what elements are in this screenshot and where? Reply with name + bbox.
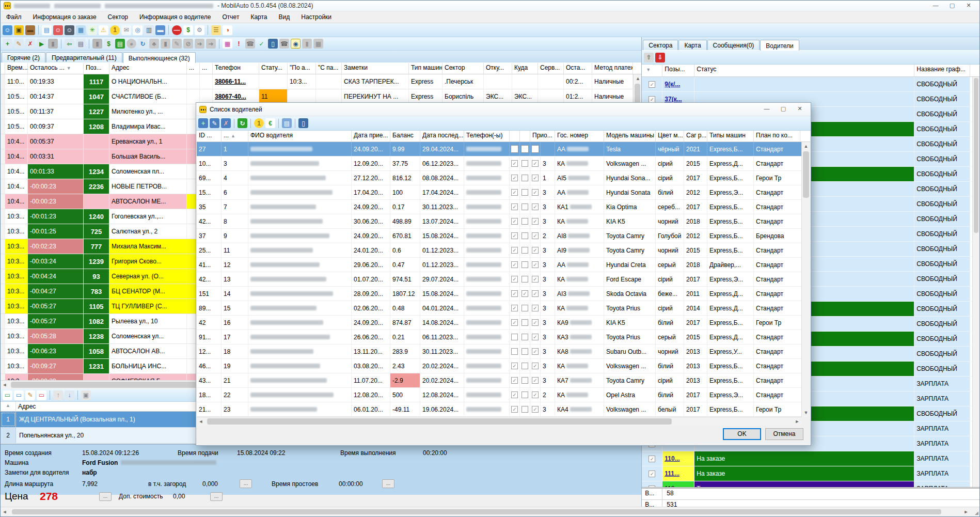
dlg-col-header-12[interactable]: Цвет м... bbox=[656, 131, 684, 142]
cell-flag-1[interactable] bbox=[520, 156, 530, 170]
dlg-col-header-6[interactable]: Телефон(-ы) bbox=[464, 131, 510, 142]
terminal-icon[interactable]: ▥ bbox=[144, 25, 154, 35]
order-row[interactable]: 11:0...00:19:331117О НАЦИОНАЛЬН...38066-… bbox=[1, 74, 641, 89]
cell-callsign[interactable]: 111... bbox=[662, 466, 694, 481]
cell-flag-2[interactable]: ✓ bbox=[530, 301, 541, 315]
coin-icon[interactable]: 1 bbox=[110, 25, 120, 35]
right-col-header-2[interactable]: Статус bbox=[694, 65, 914, 76]
drv-edit-icon[interactable]: ✎ bbox=[210, 118, 219, 128]
cell-flag-2[interactable]: ✓ bbox=[530, 258, 541, 272]
cell-flag-0[interactable]: ✓ bbox=[510, 287, 520, 301]
col-header-3[interactable]: Поз... bbox=[84, 63, 109, 74]
briefcase-icon[interactable]: ▬ bbox=[25, 25, 35, 35]
col-header-8[interactable]: Стату... bbox=[259, 63, 288, 74]
cell-flag-1[interactable] bbox=[520, 185, 530, 199]
menu-0[interactable]: Файл bbox=[1, 11, 27, 23]
row-add2-icon[interactable]: ▭ bbox=[14, 390, 24, 400]
col-header-6[interactable]: ... bbox=[200, 63, 213, 74]
cell-flag-2[interactable]: ✓ bbox=[530, 287, 541, 301]
ban-icon[interactable]: — bbox=[172, 25, 182, 35]
dialog-hscroll-thumb[interactable] bbox=[207, 418, 672, 425]
client-red-icon[interactable]: ☺ bbox=[53, 25, 63, 35]
resize-grip[interactable]: ◢ bbox=[975, 510, 978, 515]
col-header-12[interactable]: Тип машины bbox=[409, 63, 442, 74]
col-header-7[interactable]: Телефон bbox=[213, 63, 259, 74]
move-down-icon[interactable]: ↓ bbox=[65, 390, 74, 400]
cell-flag-1[interactable] bbox=[520, 258, 530, 272]
cell-flag-0[interactable]: ✓ bbox=[510, 388, 520, 402]
palette-grid-icon[interactable]: ▦ bbox=[223, 39, 232, 49]
cell-flag-1[interactable] bbox=[520, 373, 530, 387]
block-dark2-icon[interactable]: ▮ bbox=[92, 39, 102, 49]
driver-row[interactable]: 42... 8 30.06.20... 498.89 13.07.2024...… bbox=[197, 214, 810, 229]
window-hscroll-thumb[interactable] bbox=[12, 509, 941, 514]
cell-callsign[interactable]: 9(к/... bbox=[662, 77, 694, 91]
cell-flag-0[interactable] bbox=[510, 142, 520, 156]
driver-row[interactable]: 69... 4 27.12.20... 816.12 08.08.2024...… bbox=[197, 171, 810, 185]
cell-flag-2[interactable]: ✓ bbox=[530, 200, 541, 214]
redo-blue-icon[interactable]: ↻ bbox=[138, 39, 148, 49]
cell-flag-2[interactable]: ✓ bbox=[530, 373, 541, 387]
cell-flag-1[interactable] bbox=[520, 359, 530, 373]
cell-flag-0[interactable]: ✓ bbox=[510, 402, 520, 416]
eye-icon[interactable]: ◉ bbox=[291, 39, 301, 49]
cancel-button[interactable]: Отмена bbox=[765, 428, 803, 440]
col-header-15[interactable]: Куда bbox=[512, 63, 538, 74]
cell-flag-2[interactable]: ✓ bbox=[530, 171, 541, 185]
cell-flag-0[interactable]: ✓ bbox=[510, 373, 520, 387]
handset-icon[interactable]: ☎ bbox=[279, 39, 289, 49]
menu-3[interactable]: Информация о водителе bbox=[134, 11, 216, 23]
right-tab-2[interactable]: Сообщения(0) bbox=[707, 40, 760, 50]
cell-flag-0[interactable]: ✓ bbox=[510, 185, 520, 199]
cell-flag-2[interactable]: ✓ bbox=[530, 316, 541, 330]
cell-flag-1[interactable]: ✓ bbox=[520, 287, 530, 301]
driver-row[interactable]: 18... 22 12.08.20... 500 12.08.2024... ✓… bbox=[197, 388, 810, 402]
check-icon[interactable]: ✓ bbox=[257, 39, 266, 49]
db-cancel-icon[interactable]: ✗ bbox=[25, 39, 35, 49]
cell-callsign[interactable]: 110... bbox=[662, 451, 694, 466]
cell-flag-1[interactable] bbox=[520, 388, 530, 402]
right-tab-0[interactable]: Сектора bbox=[643, 40, 678, 50]
dialog-scroll-up-icon[interactable]: ▲ bbox=[802, 142, 810, 150]
refresh-icon[interactable]: ↻ bbox=[238, 118, 247, 128]
cell-flag-1[interactable] bbox=[520, 316, 530, 330]
dialog-scroll-left-icon[interactable]: ◄ bbox=[197, 417, 205, 426]
col-header-4[interactable]: Адрес bbox=[109, 63, 187, 74]
close-button[interactable]: ✕ bbox=[961, 2, 976, 10]
cell-flag-2[interactable]: ✓ bbox=[530, 156, 541, 170]
menu-5[interactable]: Карта bbox=[245, 11, 273, 23]
lock-gray-icon[interactable]: ▮ bbox=[161, 39, 170, 49]
order-tab-2[interactable]: Выполняющиеся (32) bbox=[123, 52, 196, 63]
dlg-col-header-9[interactable]: Прио... bbox=[530, 131, 555, 142]
col-header-10[interactable]: "С па... bbox=[316, 63, 342, 74]
dialog-scroll-right-icon[interactable]: ► bbox=[793, 417, 801, 426]
save-disk-icon[interactable]: ▤ bbox=[282, 118, 292, 128]
arrow-gray-icon[interactable]: ➜ bbox=[195, 39, 204, 49]
cell-flag-0[interactable]: ✓ bbox=[510, 272, 520, 286]
driver-status-row[interactable]: ✓ 110... На заказе ЗАРПЛАТА bbox=[642, 451, 979, 466]
driver-row[interactable]: 25... 11 24.01.20... 0.6 01.12.2023... ✓… bbox=[197, 243, 810, 258]
fax-icon[interactable]: ☎ bbox=[245, 39, 255, 49]
drv-delete-icon[interactable]: ✗ bbox=[221, 118, 231, 128]
block-dark-icon[interactable]: ▮ bbox=[48, 39, 58, 49]
dlg-col-header-3[interactable]: Дата прие... bbox=[352, 131, 390, 142]
dialog-scroll-down-icon[interactable]: ▼ bbox=[802, 409, 810, 417]
cell-flag-0[interactable] bbox=[510, 330, 520, 344]
col-header-0[interactable] bbox=[1, 63, 5, 74]
order-tab-0[interactable]: Горячие (2) bbox=[2, 52, 45, 62]
price-edit-button[interactable]: ... bbox=[99, 492, 112, 501]
driver-row[interactable]: 42 16 24.09.20... 874.87 14.08.2024... ✓… bbox=[197, 316, 810, 330]
cell-flag-0[interactable]: ✓ bbox=[510, 171, 520, 185]
dlg-col-header-0[interactable]: ID ... bbox=[197, 131, 222, 142]
cell-flag-1[interactable] bbox=[520, 171, 530, 185]
col-header-11[interactable]: Заметки bbox=[342, 63, 409, 74]
col-header-17[interactable]: Оста... bbox=[564, 63, 592, 74]
order-tab-1[interactable]: Предварительный (11) bbox=[46, 52, 122, 62]
cell-flag-0[interactable]: ✓ bbox=[510, 229, 520, 243]
cell-checkbox[interactable]: ✓ bbox=[642, 481, 662, 487]
driver-row[interactable]: 91... 17 26.06.20... 0.21 06.11.2023... … bbox=[197, 330, 810, 344]
warning-icon[interactable]: ⚠ bbox=[99, 25, 108, 35]
cell-flag-2[interactable]: ✓ bbox=[530, 330, 541, 344]
suburb-edit-button[interactable]: ... bbox=[240, 479, 252, 488]
window-scroll-right-icon[interactable]: ► bbox=[962, 508, 970, 516]
